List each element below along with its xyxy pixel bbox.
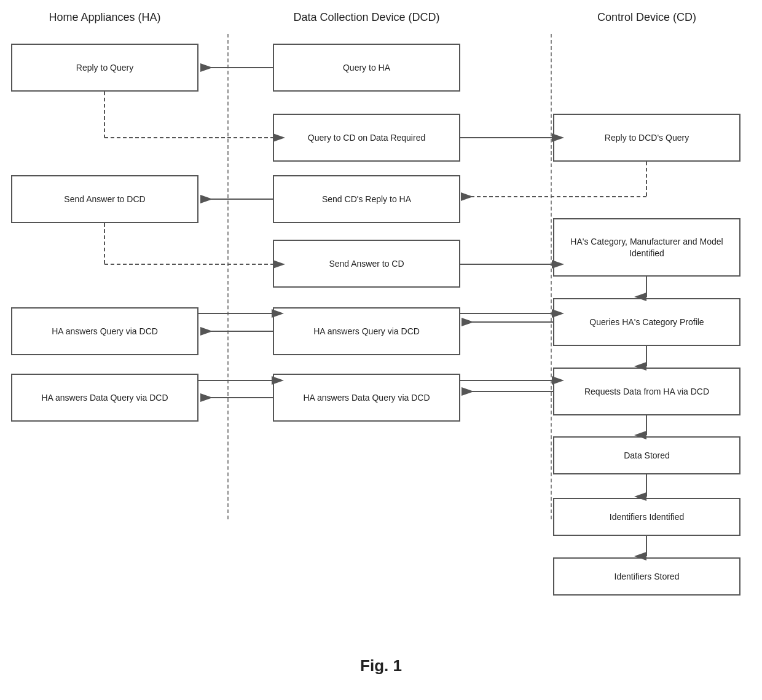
cd-queries-profile-box: Queries HA's Category Profile [553,298,740,346]
dashed-line-ha-dcd [227,34,229,519]
dcd-query-cd-box: Query to CD on Data Required [273,114,460,162]
ha-answers-query-box: HA answers Query via DCD [11,307,198,355]
cd-reply-dcd-box: Reply to DCD's Query [553,114,740,162]
dashed-line-dcd-cd [551,34,552,519]
cd-requests-data-box: Requests Data from HA via DCD [553,368,740,415]
ha-answers-data-box: HA answers Data Query via DCD [11,374,198,422]
cd-data-stored-box: Data Stored [553,436,740,474]
column-header-ha: Home Appliances (HA) [11,11,198,24]
dcd-answers-data-box: HA answers Data Query via DCD [273,374,460,422]
ha-send-answer-box: Send Answer to DCD [11,175,198,223]
ha-reply-query-box: Reply to Query [11,44,198,92]
column-header-dcd: Data Collection Device (DCD) [273,11,460,24]
dcd-answers-query-box: HA answers Query via DCD [273,307,460,355]
diagram-container: Home Appliances (HA) Data Collection Dev… [0,0,762,700]
dcd-send-reply-box: Send CD's Reply to HA [273,175,460,223]
cd-category-box: HA's Category, Manufacturer and Model Id… [553,218,740,277]
column-header-cd: Control Device (CD) [553,11,740,24]
cd-identifiers-stored-box: Identifiers Stored [553,557,740,596]
dcd-send-answer-cd-box: Send Answer to CD [273,240,460,288]
cd-identifiers-box: Identifiers Identified [553,498,740,536]
figure-caption: Fig. 1 [360,656,402,675]
dcd-query-ha-box: Query to HA [273,44,460,92]
